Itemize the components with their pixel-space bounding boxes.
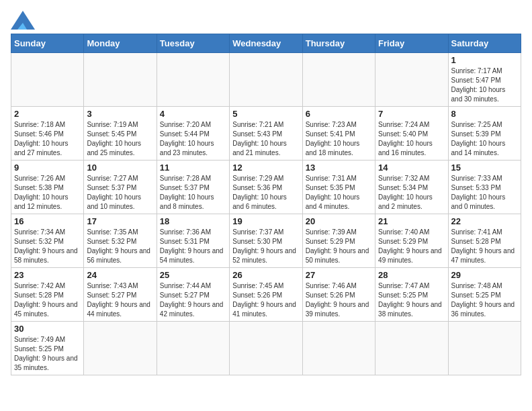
day-number: 3 <box>87 109 153 119</box>
column-header-wednesday: Wednesday <box>230 34 302 53</box>
calendar-day-cell: 30Sunrise: 7:49 AM Sunset: 5:25 PM Dayli… <box>11 322 84 375</box>
day-number: 29 <box>451 270 518 280</box>
calendar-day-cell: 9Sunrise: 7:26 AM Sunset: 5:38 PM Daylig… <box>11 161 84 214</box>
calendar-week-row: 2Sunrise: 7:18 AM Sunset: 5:46 PM Daylig… <box>11 107 521 161</box>
logo-icon <box>11 11 35 30</box>
calendar-day-cell <box>84 322 157 375</box>
calendar-day-cell <box>302 53 375 107</box>
day-number: 17 <box>87 216 153 226</box>
day-number: 21 <box>378 216 445 226</box>
day-number: 5 <box>232 109 299 119</box>
day-number: 10 <box>87 163 153 173</box>
calendar-day-cell: 2Sunrise: 7:18 AM Sunset: 5:46 PM Daylig… <box>11 107 84 161</box>
day-number: 18 <box>160 216 226 226</box>
calendar-day-cell: 28Sunrise: 7:47 AM Sunset: 5:25 PM Dayli… <box>375 268 448 322</box>
day-number: 1 <box>451 55 518 65</box>
day-info: Sunrise: 7:18 AM Sunset: 5:46 PM Dayligh… <box>14 120 81 158</box>
calendar-day-cell <box>11 53 84 107</box>
day-number: 2 <box>14 109 81 119</box>
day-number: 15 <box>451 163 518 173</box>
calendar-day-cell: 20Sunrise: 7:39 AM Sunset: 5:29 PM Dayli… <box>302 214 375 268</box>
calendar-day-cell: 27Sunrise: 7:46 AM Sunset: 5:26 PM Dayli… <box>302 268 375 322</box>
day-info: Sunrise: 7:28 AM Sunset: 5:37 PM Dayligh… <box>160 174 226 212</box>
day-info: Sunrise: 7:41 AM Sunset: 5:28 PM Dayligh… <box>451 228 518 265</box>
day-info: Sunrise: 7:32 AM Sunset: 5:34 PM Dayligh… <box>378 174 445 212</box>
calendar-day-cell <box>448 322 521 375</box>
calendar-day-cell: 8Sunrise: 7:25 AM Sunset: 5:39 PM Daylig… <box>448 107 521 161</box>
page-header <box>11 11 521 30</box>
day-info: Sunrise: 7:44 AM Sunset: 5:27 PM Dayligh… <box>160 281 226 319</box>
day-number: 16 <box>14 216 81 226</box>
day-number: 8 <box>451 109 518 119</box>
day-number: 25 <box>160 270 226 280</box>
day-info: Sunrise: 7:42 AM Sunset: 5:28 PM Dayligh… <box>14 281 81 319</box>
calendar-day-cell: 19Sunrise: 7:37 AM Sunset: 5:30 PM Dayli… <box>230 214 302 268</box>
calendar-day-cell: 12Sunrise: 7:29 AM Sunset: 5:36 PM Dayli… <box>230 161 302 214</box>
calendar-day-cell <box>84 53 157 107</box>
day-info: Sunrise: 7:26 AM Sunset: 5:38 PM Dayligh… <box>14 174 81 212</box>
calendar-day-cell <box>302 322 375 375</box>
day-number: 13 <box>306 163 372 173</box>
calendar-week-row: 9Sunrise: 7:26 AM Sunset: 5:38 PM Daylig… <box>11 161 521 214</box>
day-info: Sunrise: 7:29 AM Sunset: 5:36 PM Dayligh… <box>232 174 299 212</box>
calendar-day-cell: 25Sunrise: 7:44 AM Sunset: 5:27 PM Dayli… <box>157 268 229 322</box>
day-info: Sunrise: 7:40 AM Sunset: 5:29 PM Dayligh… <box>378 228 445 265</box>
calendar-day-cell: 24Sunrise: 7:43 AM Sunset: 5:27 PM Dayli… <box>84 268 157 322</box>
calendar-table: SundayMondayTuesdayWednesdayThursdayFrid… <box>11 34 521 375</box>
calendar-week-row: 23Sunrise: 7:42 AM Sunset: 5:28 PM Dayli… <box>11 268 521 322</box>
day-number: 7 <box>378 109 445 119</box>
calendar-day-cell <box>375 322 448 375</box>
day-number: 6 <box>306 109 372 119</box>
calendar-day-cell: 10Sunrise: 7:27 AM Sunset: 5:37 PM Dayli… <box>84 161 157 214</box>
calendar-header-row: SundayMondayTuesdayWednesdayThursdayFrid… <box>11 34 521 53</box>
calendar-day-cell: 5Sunrise: 7:21 AM Sunset: 5:43 PM Daylig… <box>230 107 302 161</box>
day-info: Sunrise: 7:47 AM Sunset: 5:25 PM Dayligh… <box>378 281 445 319</box>
column-header-saturday: Saturday <box>448 34 521 53</box>
calendar-day-cell: 22Sunrise: 7:41 AM Sunset: 5:28 PM Dayli… <box>448 214 521 268</box>
day-info: Sunrise: 7:25 AM Sunset: 5:39 PM Dayligh… <box>451 120 518 158</box>
calendar-day-cell: 18Sunrise: 7:36 AM Sunset: 5:31 PM Dayli… <box>157 214 229 268</box>
day-info: Sunrise: 7:35 AM Sunset: 5:32 PM Dayligh… <box>87 228 153 265</box>
day-info: Sunrise: 7:19 AM Sunset: 5:45 PM Dayligh… <box>87 120 153 158</box>
calendar-day-cell: 13Sunrise: 7:31 AM Sunset: 5:35 PM Dayli… <box>302 161 375 214</box>
calendar-day-cell: 6Sunrise: 7:23 AM Sunset: 5:41 PM Daylig… <box>302 107 375 161</box>
calendar-day-cell: 1Sunrise: 7:17 AM Sunset: 5:47 PM Daylig… <box>448 53 521 107</box>
calendar-day-cell: 21Sunrise: 7:40 AM Sunset: 5:29 PM Dayli… <box>375 214 448 268</box>
day-number: 26 <box>232 270 299 280</box>
calendar-day-cell: 3Sunrise: 7:19 AM Sunset: 5:45 PM Daylig… <box>84 107 157 161</box>
day-info: Sunrise: 7:20 AM Sunset: 5:44 PM Dayligh… <box>160 120 226 158</box>
column-header-friday: Friday <box>375 34 448 53</box>
column-header-thursday: Thursday <box>302 34 375 53</box>
calendar-day-cell: 14Sunrise: 7:32 AM Sunset: 5:34 PM Dayli… <box>375 161 448 214</box>
calendar-week-row: 1Sunrise: 7:17 AM Sunset: 5:47 PM Daylig… <box>11 53 521 107</box>
calendar-day-cell: 7Sunrise: 7:24 AM Sunset: 5:40 PM Daylig… <box>375 107 448 161</box>
day-number: 14 <box>378 163 445 173</box>
calendar-day-cell <box>375 53 448 107</box>
calendar-day-cell: 23Sunrise: 7:42 AM Sunset: 5:28 PM Dayli… <box>11 268 84 322</box>
calendar-day-cell <box>230 53 302 107</box>
column-header-monday: Monday <box>84 34 157 53</box>
column-header-tuesday: Tuesday <box>157 34 229 53</box>
logo <box>11 11 38 30</box>
day-number: 23 <box>14 270 81 280</box>
day-number: 28 <box>378 270 445 280</box>
calendar-day-cell: 17Sunrise: 7:35 AM Sunset: 5:32 PM Dayli… <box>84 214 157 268</box>
day-number: 27 <box>306 270 372 280</box>
day-info: Sunrise: 7:27 AM Sunset: 5:37 PM Dayligh… <box>87 174 153 212</box>
day-info: Sunrise: 7:33 AM Sunset: 5:33 PM Dayligh… <box>451 174 518 212</box>
calendar-day-cell <box>157 53 229 107</box>
calendar-day-cell: 26Sunrise: 7:45 AM Sunset: 5:26 PM Dayli… <box>230 268 302 322</box>
calendar-day-cell <box>157 322 229 375</box>
day-info: Sunrise: 7:43 AM Sunset: 5:27 PM Dayligh… <box>87 281 153 319</box>
day-info: Sunrise: 7:37 AM Sunset: 5:30 PM Dayligh… <box>232 228 299 265</box>
day-number: 4 <box>160 109 226 119</box>
day-number: 19 <box>232 216 299 226</box>
day-number: 24 <box>87 270 153 280</box>
calendar-day-cell: 29Sunrise: 7:48 AM Sunset: 5:25 PM Dayli… <box>448 268 521 322</box>
calendar-day-cell: 15Sunrise: 7:33 AM Sunset: 5:33 PM Dayli… <box>448 161 521 214</box>
day-info: Sunrise: 7:21 AM Sunset: 5:43 PM Dayligh… <box>232 120 299 158</box>
day-number: 11 <box>160 163 226 173</box>
day-info: Sunrise: 7:46 AM Sunset: 5:26 PM Dayligh… <box>306 281 372 319</box>
day-number: 30 <box>14 324 81 334</box>
day-info: Sunrise: 7:39 AM Sunset: 5:29 PM Dayligh… <box>306 228 372 265</box>
